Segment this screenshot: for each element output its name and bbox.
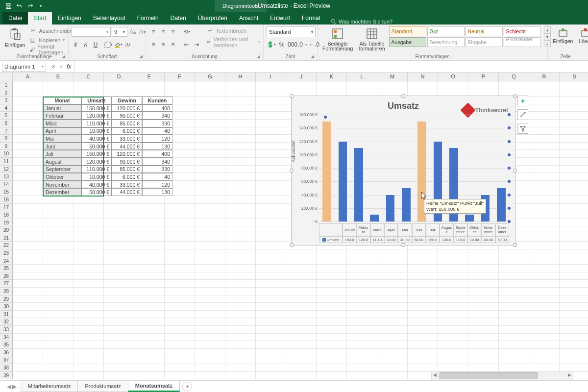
tab-datei[interactable]: Datei	[2, 12, 28, 24]
chart-bar[interactable]	[354, 148, 363, 221]
table-cell[interactable]: 340	[142, 112, 172, 120]
cell[interactable]	[529, 104, 560, 112]
row-header-1[interactable]: 1	[0, 81, 13, 89]
cell[interactable]	[499, 303, 529, 311]
cell[interactable]	[286, 349, 317, 357]
cell[interactable]	[529, 112, 560, 120]
paste-button[interactable]: Einfügen	[3, 26, 27, 49]
cell[interactable]	[529, 318, 560, 326]
format-as-table-button[interactable]: Als Tabelle formatieren	[357, 26, 387, 52]
cell[interactable]	[195, 280, 225, 288]
cell[interactable]	[317, 288, 347, 295]
chart-bar[interactable]	[386, 195, 395, 222]
cell[interactable]	[165, 219, 195, 227]
cell[interactable]	[165, 204, 195, 212]
table-cell[interactable]: Juli	[43, 150, 81, 158]
cell[interactable]	[377, 288, 408, 295]
cell[interactable]	[256, 158, 286, 166]
underline-button[interactable]: U	[91, 40, 100, 49]
cell[interactable]	[529, 257, 560, 265]
table-cell[interactable]: 6.000 €	[112, 127, 142, 135]
cell[interactable]	[74, 81, 104, 89]
cell[interactable]	[74, 372, 104, 380]
cell[interactable]	[74, 204, 104, 212]
table-cell[interactable]: 40	[142, 173, 172, 181]
cell[interactable]	[74, 196, 104, 204]
table-cell[interactable]: 150.000 €	[81, 150, 112, 158]
tab-formeln[interactable]: Formeln	[131, 12, 165, 24]
cell[interactable]	[560, 234, 588, 242]
table-cell[interactable]: März	[43, 120, 81, 127]
cell[interactable]	[408, 249, 438, 257]
cell[interactable]	[13, 120, 43, 127]
cell[interactable]	[43, 356, 74, 364]
cell[interactable]	[560, 89, 588, 97]
italic-button[interactable]: K	[81, 40, 90, 49]
cell[interactable]	[529, 311, 560, 318]
cell[interactable]	[560, 104, 588, 112]
cell[interactable]	[256, 226, 286, 234]
cell[interactable]	[256, 364, 286, 372]
table-cell[interactable]: 120.000 €	[112, 150, 142, 158]
sheet-nav-prev-icon[interactable]: ◀	[7, 383, 11, 390]
row-header-18[interactable]: 18	[0, 211, 13, 219]
table-cell[interactable]: 130	[142, 188, 172, 196]
cell[interactable]	[104, 318, 134, 326]
row-header-5[interactable]: 5	[0, 112, 13, 120]
table-cell[interactable]: 50.000 €	[81, 143, 112, 150]
orientation-icon[interactable]: ⟲▾	[182, 27, 191, 36]
cell[interactable]	[529, 196, 560, 204]
tab-daten[interactable]: Daten	[165, 12, 192, 24]
cell[interactable]	[560, 181, 588, 189]
cell[interactable]	[165, 303, 195, 311]
cell[interactable]	[560, 127, 588, 135]
col-header-J[interactable]: J	[286, 73, 317, 81]
table-cell[interactable]: Juni	[43, 143, 81, 150]
cell[interactable]	[529, 303, 560, 311]
cell[interactable]	[256, 196, 286, 204]
cell[interactable]	[529, 211, 560, 219]
cell[interactable]	[104, 196, 134, 204]
col-header-K[interactable]: K	[317, 73, 347, 81]
cell[interactable]	[317, 257, 347, 265]
cell[interactable]	[377, 265, 408, 272]
cell[interactable]	[377, 311, 408, 318]
cell[interactable]	[286, 257, 317, 265]
cell[interactable]	[13, 265, 43, 272]
cell[interactable]	[104, 341, 134, 349]
cell[interactable]	[347, 349, 377, 357]
chart-elements-button[interactable]: +	[517, 96, 528, 106]
cell[interactable]	[347, 341, 377, 349]
cell[interactable]	[529, 341, 560, 349]
cell[interactable]	[560, 166, 588, 173]
cell[interactable]	[499, 288, 529, 295]
cell[interactable]	[43, 234, 74, 242]
cell[interactable]	[560, 341, 588, 349]
dialog-launcher-number[interactable]: ◢	[311, 54, 316, 59]
cell[interactable]	[560, 318, 588, 326]
cell[interactable]	[529, 120, 560, 127]
cell[interactable]	[43, 318, 74, 326]
col-header-G[interactable]: G	[195, 73, 225, 81]
cell[interactable]	[529, 204, 560, 212]
row-header-9[interactable]: 9	[0, 143, 13, 150]
cell[interactable]	[134, 211, 165, 219]
cell[interactable]	[13, 188, 43, 196]
cell[interactable]	[225, 120, 256, 127]
cell[interactable]	[225, 356, 256, 364]
fx-icon[interactable]: fx	[67, 63, 71, 70]
format-painter-button[interactable]: 🖌Format übertragen	[29, 45, 73, 53]
col-header-E[interactable]: E	[134, 73, 165, 81]
cell[interactable]	[195, 89, 225, 97]
col-header-Q[interactable]: Q	[499, 73, 529, 81]
cell[interactable]	[347, 272, 377, 280]
cell[interactable]	[347, 81, 377, 89]
row-header-7[interactable]: 7	[0, 127, 13, 135]
sheet-tab-mitarbeiterumsatz[interactable]: Mitarbeiterumsatz	[21, 381, 78, 392]
select-all-corner[interactable]	[0, 73, 13, 81]
cell[interactable]	[256, 280, 286, 288]
cell[interactable]	[468, 257, 499, 265]
cell[interactable]	[195, 196, 225, 204]
y-axis-label[interactable]: Achsentitel	[291, 141, 296, 162]
cell[interactable]	[408, 318, 438, 326]
